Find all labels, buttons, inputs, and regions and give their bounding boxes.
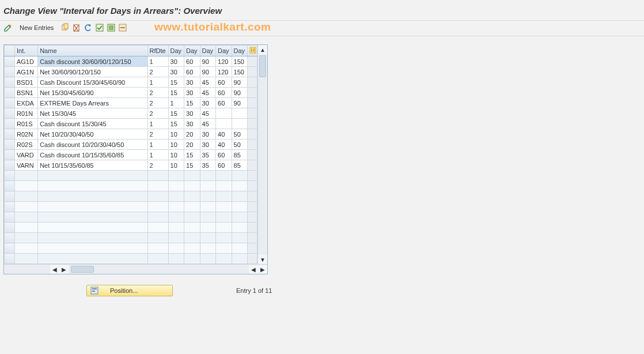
row-selector[interactable] (5, 77, 15, 88)
cell-day2[interactable]: 30 (184, 88, 200, 98)
cell-day4[interactable]: 120 (216, 57, 232, 67)
cell-int[interactable]: R01S (14, 119, 37, 129)
cell-empty[interactable] (248, 212, 257, 223)
cell-empty[interactable] (168, 233, 184, 243)
cell-day1[interactable]: 30 (168, 67, 184, 77)
cell-empty[interactable] (200, 212, 216, 223)
cell-day2[interactable]: 20 (184, 129, 200, 140)
table-row-empty[interactable] (5, 202, 257, 212)
cell-int[interactable]: R01N (14, 108, 37, 119)
row-selector[interactable] (5, 67, 15, 77)
row-selector[interactable] (5, 191, 15, 202)
cell-day2[interactable]: 15 (184, 150, 200, 160)
cell-empty[interactable] (232, 243, 248, 254)
cell-empty[interactable] (232, 223, 248, 233)
cell-day4[interactable] (216, 108, 232, 119)
table-row[interactable]: R01SCash discount 15/30/451153045 (5, 119, 257, 129)
cell-rfdte[interactable]: 1 (147, 150, 168, 160)
column-header-name[interactable]: Name (38, 46, 147, 57)
cell-empty[interactable] (216, 254, 232, 264)
column-header-day4[interactable]: Day (216, 46, 232, 57)
cell-name[interactable]: Net 30/60/90/120/150 (38, 67, 147, 77)
cell-empty[interactable] (184, 233, 200, 243)
table-row[interactable]: R02SCash discount 10/20/30/40/5011020304… (5, 140, 257, 150)
cell-day3[interactable]: 45 (200, 88, 216, 98)
cell-day1[interactable]: 15 (168, 88, 184, 98)
cell-day3[interactable]: 45 (200, 119, 216, 129)
scroll-left-icon[interactable]: ◀ (50, 265, 59, 274)
cell-day3[interactable]: 90 (200, 67, 216, 77)
table-row-empty[interactable] (5, 191, 257, 202)
cell-int[interactable]: VARN (14, 160, 37, 171)
scroll-down-icon[interactable]: ▼ (258, 255, 267, 264)
cell-day2[interactable]: 60 (184, 67, 200, 77)
row-selector[interactable] (5, 57, 15, 67)
row-selector[interactable] (5, 150, 15, 160)
scroll-thumb[interactable] (259, 55, 266, 77)
cell-empty[interactable] (248, 171, 257, 181)
cell-day2[interactable]: 60 (184, 57, 200, 67)
cell-empty[interactable] (184, 212, 200, 223)
cell-day2[interactable]: 30 (184, 77, 200, 88)
cell-name[interactable]: Net 10/20/30/40/50 (38, 129, 147, 140)
cell-empty[interactable] (232, 171, 248, 181)
cell-int[interactable]: R02S (14, 140, 37, 150)
cell-empty[interactable] (216, 181, 232, 191)
cell-day3[interactable]: 90 (200, 57, 216, 67)
cell-empty[interactable] (168, 243, 184, 254)
cell-empty[interactable] (216, 171, 232, 181)
cell-day1[interactable]: 10 (168, 140, 184, 150)
cell-day3[interactable]: 30 (200, 129, 216, 140)
horizontal-scrollbar[interactable]: ◀ ▶ ◀ ▶ (4, 264, 267, 274)
table-row-empty[interactable] (5, 223, 257, 233)
cell-empty[interactable] (200, 254, 216, 264)
cell-rfdte[interactable]: 2 (147, 88, 168, 98)
cell-day1[interactable]: 10 (168, 150, 184, 160)
cell-empty[interactable] (168, 223, 184, 233)
cell-day5[interactable]: 90 (232, 98, 248, 108)
cell-empty[interactable] (216, 233, 232, 243)
cell-empty[interactable] (168, 202, 184, 212)
cell-empty[interactable] (168, 254, 184, 264)
scroll-track[interactable] (258, 54, 267, 255)
cell-name[interactable]: Cash discount 30/60/90/120/150 (38, 57, 147, 67)
cell-day1[interactable]: 15 (168, 108, 184, 119)
cell-day2[interactable]: 30 (184, 108, 200, 119)
row-selector[interactable] (5, 129, 15, 140)
cell-day3[interactable]: 30 (200, 140, 216, 150)
cell-day5[interactable]: 150 (232, 57, 248, 67)
cell-rfdte[interactable]: 1 (147, 140, 168, 150)
cell-rfdte[interactable]: 1 (147, 77, 168, 88)
table-row[interactable]: R02NNet 10/20/30/40/5021020304050 (5, 129, 257, 140)
undo-change-icon[interactable] (84, 23, 93, 32)
cell-day1[interactable]: 15 (168, 119, 184, 129)
cell-empty[interactable] (147, 212, 168, 223)
cell-day4[interactable] (216, 119, 232, 129)
cell-empty[interactable] (248, 181, 257, 191)
cell-name[interactable]: Net 10/15/35/60/85 (38, 160, 147, 171)
cell-empty[interactable] (232, 212, 248, 223)
cell-empty[interactable] (248, 233, 257, 243)
cell-empty[interactable] (14, 233, 37, 243)
cell-empty[interactable] (184, 223, 200, 233)
cell-day5[interactable]: 85 (232, 150, 248, 160)
copy-as-icon[interactable] (60, 23, 70, 32)
cell-empty[interactable] (216, 202, 232, 212)
cell-name[interactable]: Cash discount 15/30/45 (38, 119, 147, 129)
table-row-empty[interactable] (5, 243, 257, 254)
cell-name[interactable]: Net 15/30/45/60/90 (38, 88, 147, 98)
cell-empty[interactable] (216, 243, 232, 254)
cell-empty[interactable] (232, 233, 248, 243)
cell-empty[interactable] (38, 254, 147, 264)
cell-day1[interactable]: 10 (168, 129, 184, 140)
cell-day3[interactable]: 30 (200, 98, 216, 108)
cell-empty[interactable] (200, 243, 216, 254)
cell-empty[interactable] (184, 202, 200, 212)
column-header-int[interactable]: Int. (14, 46, 37, 57)
row-selector[interactable] (5, 119, 15, 129)
table-row[interactable]: BSD1Cash Discount 15/30/45/60/9011530456… (5, 77, 257, 88)
cell-empty[interactable] (248, 191, 257, 202)
cell-empty[interactable] (38, 202, 147, 212)
cell-int[interactable]: EXDA (14, 98, 37, 108)
cell-empty[interactable] (147, 254, 168, 264)
